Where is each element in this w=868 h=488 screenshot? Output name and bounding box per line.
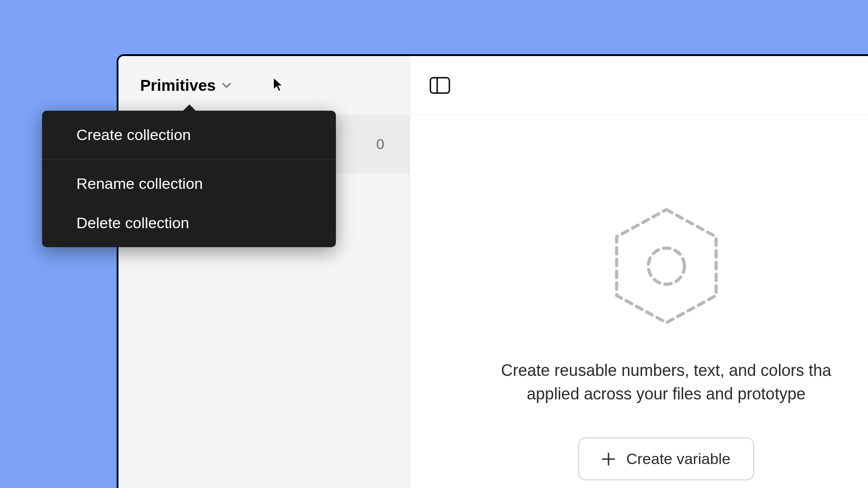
chevron-down-icon — [222, 83, 231, 88]
create-variable-button[interactable]: Create variable — [578, 437, 754, 480]
empty-text-line-1: Create reusable numbers, text, and color… — [501, 359, 831, 382]
svg-rect-0 — [430, 78, 449, 93]
panel-toggle-icon[interactable] — [429, 76, 451, 94]
svg-point-3 — [648, 248, 684, 284]
empty-text-line-2: applied across your files and prototype — [501, 382, 831, 406]
menu-rename-collection[interactable]: Rename collection — [42, 160, 336, 203]
collection-dropdown[interactable]: Primitives — [118, 56, 410, 115]
menu-create-collection[interactable]: Create collection — [42, 111, 336, 159]
main-header — [410, 56, 868, 115]
create-variable-label: Create variable — [626, 450, 731, 468]
hexagon-icon — [608, 201, 725, 332]
empty-state-text: Create reusable numbers, text, and color… — [501, 359, 831, 406]
variable-count: 0 — [376, 136, 384, 153]
cursor-icon — [272, 77, 284, 92]
menu-delete-collection[interactable]: Delete collection — [42, 203, 336, 247]
collection-context-menu: Create collection Rename collection Dele… — [42, 111, 336, 247]
plus-icon — [602, 452, 615, 466]
empty-state: Create reusable numbers, text, and color… — [410, 115, 868, 480]
svg-marker-2 — [617, 210, 716, 323]
collection-name-label: Primitives — [140, 76, 216, 94]
menu-group: Rename collection Delete collection — [42, 160, 336, 247]
main-content: Create reusable numbers, text, and color… — [410, 56, 868, 488]
